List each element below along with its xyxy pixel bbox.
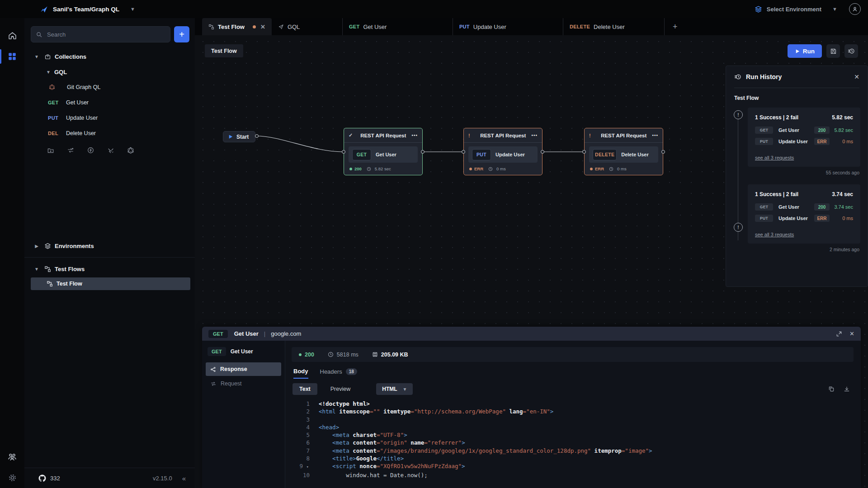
rest-api-node-put[interactable]: !REST API Request•••PUTUpdate UserERR0 m… bbox=[463, 128, 542, 175]
workspace-chevron-down-icon[interactable]: ▼ bbox=[130, 6, 135, 12]
app-version: v2.15.0 bbox=[153, 475, 172, 482]
node-more-icon[interactable]: ••• bbox=[652, 133, 658, 138]
timeline-run-marker[interactable]: ! bbox=[734, 223, 743, 232]
rest-api-node-delete[interactable]: !REST API Request•••DELETEDelete UserERR… bbox=[584, 128, 663, 175]
graphql-icon[interactable] bbox=[127, 147, 134, 154]
edge-handle[interactable] bbox=[541, 150, 544, 154]
nav-item-response[interactable]: Response bbox=[206, 362, 281, 376]
download-icon[interactable] bbox=[844, 386, 850, 392]
workspace-nav-icon[interactable] bbox=[0, 46, 24, 67]
save-button[interactable] bbox=[826, 44, 840, 58]
fold-caret-icon[interactable]: ▾ bbox=[307, 465, 309, 469]
rest-api-node-get[interactable]: ✓REST API Request•••GETGet User2005.82 s… bbox=[344, 128, 423, 175]
request-status-badge: 200 bbox=[814, 127, 830, 134]
collections-caret-down-icon[interactable]: ▼ bbox=[33, 54, 40, 59]
run-button[interactable]: Run bbox=[788, 44, 822, 58]
select-environment-label[interactable]: Select Environment bbox=[767, 6, 821, 13]
edge-handle[interactable] bbox=[462, 150, 465, 154]
request-name: Get User bbox=[778, 127, 814, 133]
environments-layers-icon bbox=[44, 243, 51, 249]
collections-header[interactable]: ▼ Collections bbox=[24, 49, 195, 64]
see-all-requests-link[interactable]: see all 3 requests bbox=[755, 155, 794, 160]
edge-handle[interactable] bbox=[661, 150, 665, 154]
websocket-icon[interactable] bbox=[107, 147, 115, 154]
node-request[interactable]: PUTUpdate User bbox=[468, 146, 538, 163]
import-request-icon[interactable] bbox=[66, 147, 75, 154]
sidebar-collapse-icon[interactable]: « bbox=[182, 474, 186, 482]
sidebar-request-item[interactable]: GETGet User bbox=[24, 95, 195, 110]
home-nav-icon[interactable] bbox=[0, 25, 24, 46]
search-input[interactable] bbox=[46, 31, 165, 38]
code-text: <meta content="/images/branding/googleg/… bbox=[312, 447, 652, 455]
github-icon[interactable] bbox=[38, 474, 47, 483]
copy-icon[interactable] bbox=[828, 386, 835, 392]
run-history-button[interactable] bbox=[844, 44, 858, 58]
line-number: 6 bbox=[292, 439, 312, 446]
status-dot bbox=[469, 168, 472, 170]
tab-get-user[interactable]: GETGet User bbox=[343, 18, 453, 35]
edge-handle[interactable] bbox=[421, 150, 425, 154]
sidebar-request-item[interactable]: PUTUpdate User bbox=[24, 110, 195, 126]
timeline-run-marker[interactable]: ! bbox=[734, 110, 743, 119]
nav-request-name: Get User bbox=[231, 348, 253, 355]
run-history-close-icon[interactable]: ✕ bbox=[854, 73, 859, 80]
environments-label: Environments bbox=[55, 243, 94, 249]
code-text: <script nonce="XQfRO1vw5w2hNuFPzZdaag"> bbox=[312, 462, 465, 471]
socketio-icon[interactable] bbox=[87, 146, 94, 154]
close-panel-icon[interactable]: ✕ bbox=[849, 330, 854, 337]
run-entry-card[interactable]: 1 Success | 2 fail5.82 secGETGet User200… bbox=[748, 108, 860, 167]
new-folder-icon[interactable] bbox=[47, 147, 54, 154]
line-number: 2 bbox=[292, 408, 312, 415]
start-node[interactable]: Start bbox=[223, 131, 255, 142]
workspace-title: Sanil's Team/Graph QL bbox=[53, 6, 119, 13]
test-flows-header[interactable]: ▼ Test Flows bbox=[24, 261, 195, 277]
tab-update-user[interactable]: PUTUpdate User bbox=[453, 18, 563, 35]
environments-header[interactable]: ▶ Environments bbox=[24, 238, 195, 253]
tab-delete-user[interactable]: DELETEDelete User bbox=[563, 18, 665, 35]
nav-item-request[interactable]: Request bbox=[206, 377, 281, 390]
request-method-label: GET bbox=[48, 100, 66, 105]
tab-close-icon[interactable]: ✕ bbox=[260, 23, 265, 30]
see-all-requests-link[interactable]: see all 3 requests bbox=[755, 232, 794, 237]
run-entry-card[interactable]: 1 Success | 2 fail3.74 secGETGet User200… bbox=[748, 184, 860, 244]
node-request[interactable]: DELETEDelete User bbox=[589, 146, 658, 163]
expand-panel-icon[interactable] bbox=[836, 330, 842, 337]
node-more-icon[interactable]: ••• bbox=[411, 133, 418, 138]
node-more-icon[interactable]: ••• bbox=[531, 133, 538, 138]
request-status-badge: ERR bbox=[814, 138, 830, 145]
workspace-switcher[interactable]: Sanil's Team/Graph QL ▼ bbox=[0, 5, 135, 14]
tab-test-flow[interactable]: Test Flow✕ bbox=[202, 18, 272, 35]
line-number: 9 ▾ bbox=[292, 462, 312, 471]
test-flows-caret-down-icon[interactable]: ▼ bbox=[33, 267, 40, 272]
folder-gql[interactable]: ▼ GQL bbox=[24, 64, 195, 80]
user-avatar[interactable] bbox=[849, 3, 861, 15]
view-preview-button[interactable]: Preview bbox=[324, 383, 357, 395]
request-name-label: Get User bbox=[66, 99, 89, 106]
request-method-badge: GET bbox=[755, 203, 773, 211]
sidebar-request-item[interactable]: DELDelete User bbox=[24, 126, 195, 141]
sidebar-item-test-flow[interactable]: Test Flow bbox=[31, 277, 190, 290]
node-state-icon: ✓ bbox=[349, 132, 355, 138]
edge-handle[interactable] bbox=[582, 150, 586, 154]
settings-gear-icon[interactable] bbox=[0, 467, 24, 488]
edge-handle[interactable] bbox=[342, 150, 345, 154]
search-box[interactable] bbox=[31, 26, 170, 42]
format-select[interactable]: HTML ▼ bbox=[376, 383, 413, 395]
new-tab-button[interactable]: + bbox=[665, 18, 686, 35]
environments-caret-right-icon[interactable]: ▶ bbox=[33, 244, 40, 249]
code-text: <meta content="origin" name="referrer"> bbox=[312, 439, 465, 446]
tab-body[interactable]: Body bbox=[293, 368, 308, 379]
community-nav-icon[interactable] bbox=[0, 446, 24, 467]
flow-canvas[interactable]: Test Flow Run Start bbox=[195, 35, 868, 488]
response-body-code[interactable]: 1<!doctype html>2<html itemscope="" item… bbox=[292, 400, 854, 488]
node-request[interactable]: GETGet User bbox=[349, 146, 418, 163]
sidebar-request-item[interactable]: Git Graph QL bbox=[24, 80, 195, 95]
code-line: 4<head> bbox=[292, 423, 854, 431]
tab-gql[interactable]: GQL bbox=[272, 18, 343, 35]
gql-caret-down-icon[interactable]: ▼ bbox=[45, 70, 52, 75]
environment-chevron-down-icon[interactable]: ▼ bbox=[832, 6, 837, 12]
add-button[interactable]: + bbox=[174, 26, 189, 42]
view-text-button[interactable]: Text bbox=[292, 383, 317, 395]
tab-headers[interactable]: Headers18 bbox=[320, 368, 357, 378]
edge-handle[interactable] bbox=[255, 134, 259, 138]
